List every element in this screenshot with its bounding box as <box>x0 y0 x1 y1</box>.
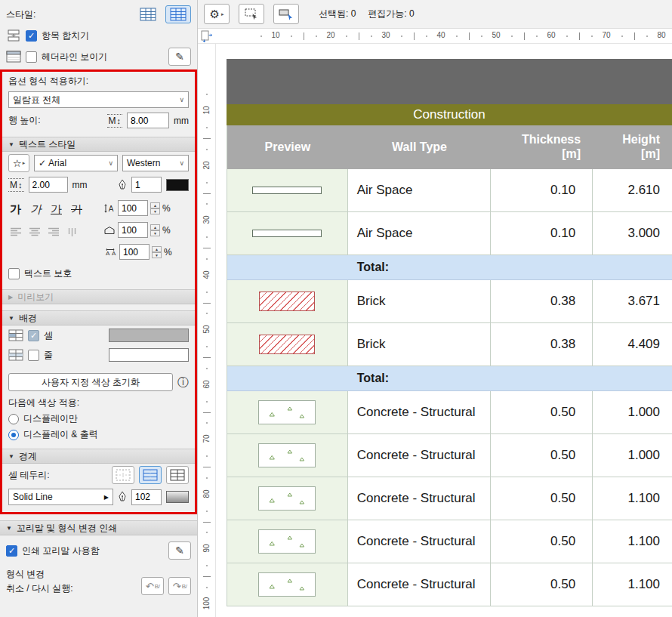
border-section-bar[interactable]: ▼경계 <box>2 449 195 464</box>
check-icon: ✓ <box>8 546 15 556</box>
chevron-down-icon: ∨ <box>179 96 184 103</box>
align-left-button[interactable] <box>10 227 22 236</box>
ruler-dot <box>346 35 347 37</box>
ruler-dot <box>206 236 208 238</box>
scheme-table-button[interactable] <box>135 5 161 23</box>
text-pen-swatch[interactable] <box>166 179 189 191</box>
svg-text:A: A <box>106 250 110 257</box>
tracking-stepper[interactable]: ▲▼ <box>152 246 162 258</box>
merge-items-checkbox[interactable]: ✓ <box>26 30 37 42</box>
text-style-section-bar[interactable]: ▼텍스트 스타일 <box>2 137 195 152</box>
font-size-input[interactable] <box>29 177 68 193</box>
schedule-row[interactable]: Air Space0.103.000 <box>227 212 672 255</box>
font-dropdown[interactable]: ✓ Arial ∨ <box>34 155 118 171</box>
triangle-down-icon: ▼ <box>8 315 14 322</box>
schedule-row[interactable]: Brick0.384.409 <box>227 323 672 366</box>
wall-type-cell: Brick <box>348 323 492 366</box>
row-height-input[interactable] <box>127 113 169 128</box>
border-pen-input[interactable] <box>131 489 162 505</box>
preview-cell <box>227 520 348 563</box>
settings-sidebar: 스타일: ✓ 항목 합치기 헤더라인 보이기 ✎ 옵션 형식 적용하기: 일람표… <box>0 0 198 617</box>
scope-dropdown[interactable]: 일람표 전체 ∨ <box>8 91 189 108</box>
schedule-row[interactable]: Concrete - Structural0.501.100 <box>227 477 672 520</box>
display-output-radio[interactable] <box>8 430 19 440</box>
reset-colors-row: 사용자 지정 색상 초기화 ⓘ <box>2 365 195 395</box>
schedule-row[interactable]: Concrete - Structural0.501.100 <box>227 520 672 563</box>
font-size-unit: mm <box>72 180 88 190</box>
ruler-tick <box>203 357 211 358</box>
ruler-tick <box>579 32 580 40</box>
bold-button[interactable]: 가 <box>8 202 23 217</box>
select-elements-button[interactable] <box>273 4 299 24</box>
width-factor-input[interactable] <box>118 222 148 238</box>
italic-button[interactable]: 가 <box>29 202 43 217</box>
select-marquee-button[interactable] <box>239 4 264 24</box>
display-only-row: 디스플레이만 <box>2 411 195 427</box>
total-row[interactable]: Total: <box>227 366 672 391</box>
column-header[interactable]: Wall Type <box>348 125 492 169</box>
schedule-sheet[interactable]: Construction PreviewWall TypeThickness[m… <box>227 59 672 617</box>
text-pen-input[interactable] <box>131 177 162 193</box>
spin-up-icon: ▲ <box>152 246 162 252</box>
headline-checkbox[interactable] <box>26 51 37 63</box>
horizontal-ruler[interactable]: 1020304050607080 <box>198 29 672 44</box>
schedule-row[interactable]: Concrete - Structural0.501.100 <box>227 563 672 606</box>
edit-style-button[interactable]: ✎ <box>168 48 191 66</box>
print-footer-checkbox[interactable]: ✓ <box>6 545 17 557</box>
footer-section-bar[interactable]: ▼꼬리말 및 형식 변경 인쇄 <box>0 520 197 535</box>
schedule-row[interactable]: Air Space0.102.610 <box>227 169 672 212</box>
percent-label: % <box>162 225 171 236</box>
width-factor-stepper[interactable]: ▲▼ <box>150 224 160 236</box>
strikethrough-button[interactable]: 가 <box>69 202 84 217</box>
edit-footer-button[interactable]: ✎ <box>168 541 191 560</box>
total-label: Total: <box>348 255 492 279</box>
border-all-button[interactable] <box>166 466 189 484</box>
border-none-button[interactable] <box>112 466 134 484</box>
ruler-origin-icon[interactable] <box>199 29 213 44</box>
display-only-radio[interactable] <box>8 414 19 424</box>
scheme-settings-button[interactable]: ⚙▸ <box>204 4 230 24</box>
line-spacing-stepper[interactable]: ▲▼ <box>150 202 160 214</box>
vertical-text-button[interactable] <box>66 227 79 236</box>
text-protect-checkbox[interactable] <box>8 268 20 279</box>
vertical-ruler[interactable]: 102030405060708090100 <box>198 44 216 617</box>
tracking-input[interactable] <box>119 244 150 260</box>
total-row[interactable]: Total: <box>227 255 672 280</box>
ruler-tick <box>203 303 211 304</box>
flyout-arrow-icon: ▸ <box>23 160 26 166</box>
undo-format-button[interactable]: ↶B/ <box>141 577 164 595</box>
format-table-button[interactable] <box>165 5 191 23</box>
line-spacing-input[interactable] <box>118 200 148 216</box>
column-header[interactable]: Height[m] <box>593 125 672 169</box>
stripe-color-checkbox[interactable] <box>28 350 39 361</box>
cell-color-checkbox[interactable]: ✓ <box>28 330 39 341</box>
preview-section-bar[interactable]: ▶미리보기 <box>2 289 195 304</box>
reset-custom-colors-button[interactable]: 사용자 지정 색상 초기화 <box>8 373 173 391</box>
redo-format-button[interactable]: ↷B/ <box>168 577 191 595</box>
thickness-cell: 0.50 <box>491 391 593 433</box>
height-cell: 1.100 <box>593 477 672 520</box>
align-right-button[interactable] <box>48 227 60 236</box>
column-header[interactable]: Thickness[m] <box>491 125 593 169</box>
table-header-row[interactable]: PreviewWall TypeThickness[m]Height[m] <box>227 125 672 169</box>
align-center-button[interactable] <box>29 227 41 236</box>
underline-button[interactable]: 가 <box>49 202 63 217</box>
schedule-row[interactable]: Brick0.383.671 <box>227 280 672 323</box>
favorites-button[interactable]: ☆▸ <box>8 154 29 172</box>
preview-cell <box>227 563 348 606</box>
cell-background-icon <box>8 329 23 341</box>
column-header[interactable]: Preview <box>227 125 348 169</box>
schedule-row[interactable]: Concrete - Structural0.501.000 <box>227 434 672 477</box>
schedule-row[interactable]: Concrete - Structural0.501.000 <box>227 391 672 434</box>
ruler-dot <box>206 292 208 293</box>
text-style-grid: 가 가 가 가 A ▲▼ <box>2 195 195 264</box>
background-section-bar[interactable]: ▼배경 <box>2 310 195 325</box>
cell-color-swatch[interactable] <box>109 329 189 342</box>
border-pen-swatch[interactable] <box>166 491 189 503</box>
line-type-dropdown[interactable]: Solid Line ▶ <box>8 489 113 505</box>
stripe-color-swatch[interactable] <box>109 348 189 362</box>
info-icon[interactable]: ⓘ <box>177 375 189 390</box>
border-horizontal-button[interactable] <box>139 466 162 484</box>
script-dropdown[interactable]: Western ∨ <box>122 155 189 171</box>
flyout-arrow-icon: ▸ <box>221 11 224 17</box>
